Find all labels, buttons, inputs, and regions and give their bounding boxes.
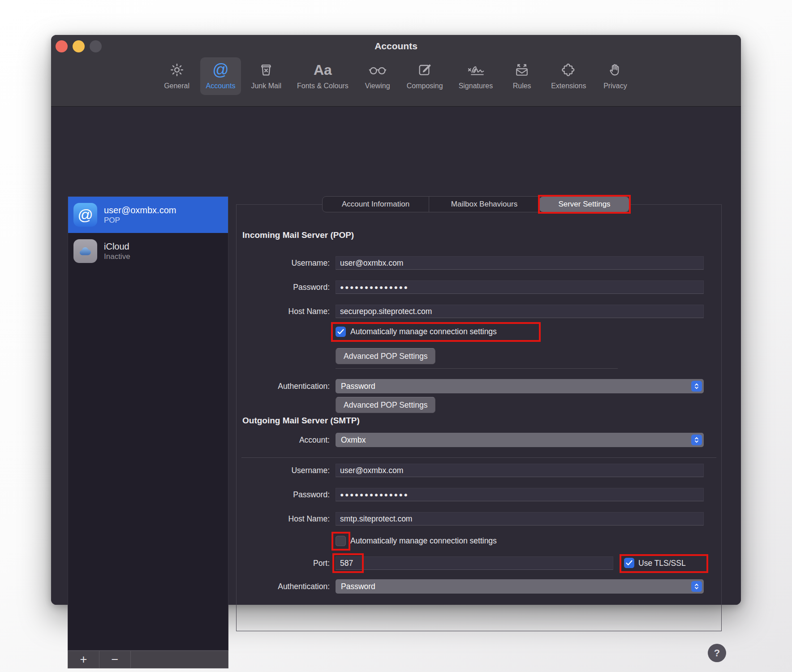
outgoing-heading: Outgoing Mail Server (SMTP) bbox=[242, 416, 360, 426]
toolbar-item-signatures[interactable]: Signatures bbox=[453, 57, 499, 95]
sidebar-account-pop[interactable]: @ user@oxmbx.com POP bbox=[68, 197, 228, 233]
toolbar-item-rules[interactable]: Rules bbox=[503, 57, 541, 95]
signature-icon bbox=[466, 62, 485, 78]
outgoing-password-label: Password: bbox=[236, 488, 330, 501]
advanced-pop-settings-button-1[interactable]: Advanced POP Settings bbox=[336, 348, 435, 364]
incoming-password-field[interactable]: ●●●●●●●●●●●●●● bbox=[336, 280, 704, 294]
toolbar-item-extensions[interactable]: Extensions bbox=[545, 57, 592, 95]
incoming-auto-manage-label: Automatically manage connection settings bbox=[350, 325, 497, 338]
add-account-button[interactable]: + bbox=[68, 651, 99, 668]
popup-value: Password bbox=[341, 382, 375, 391]
incoming-auto-manage-checkbox[interactable] bbox=[336, 327, 346, 337]
sidebar-account-icloud[interactable]: iCloud Inactive bbox=[68, 233, 228, 269]
preferences-window: Accounts General @ Accounts bbox=[51, 35, 741, 605]
pop-account-icon: @ bbox=[73, 203, 97, 227]
port-label: Port: bbox=[236, 556, 330, 570]
account-name: iCloud bbox=[104, 241, 130, 252]
window-body: @ user@oxmbx.com POP bbox=[51, 107, 741, 605]
sidebar-actions-bar: + − bbox=[68, 650, 228, 668]
outgoing-authentication-popup[interactable]: Password bbox=[336, 579, 704, 594]
incoming-authentication-popup[interactable]: Password bbox=[336, 379, 704, 393]
account-subtitle: POP bbox=[104, 215, 176, 225]
toolbar-item-composing[interactable]: Composing bbox=[401, 57, 449, 95]
outgoing-auto-manage-checkbox[interactable] bbox=[336, 536, 346, 546]
window-title: Accounts bbox=[51, 41, 741, 52]
fonts-icon: Aa bbox=[314, 62, 332, 78]
junk-bin-icon bbox=[259, 62, 273, 78]
outgoing-hostname-field[interactable]: smtp.siteprotect.com bbox=[336, 512, 704, 526]
toolbar-item-label: Signatures bbox=[459, 82, 493, 90]
puzzle-icon bbox=[561, 62, 576, 78]
help-button[interactable]: ? bbox=[708, 644, 726, 662]
toolbar-item-accounts[interactable]: @ Accounts bbox=[200, 57, 241, 95]
preferences-toolbar: General @ Accounts Junk Mail Aa Fonts & … bbox=[51, 57, 741, 104]
remove-account-button[interactable]: − bbox=[99, 651, 131, 668]
outgoing-account-popup[interactable]: Oxmbx bbox=[336, 433, 704, 447]
incoming-username-field[interactable]: user@oxmbx.com bbox=[336, 256, 704, 270]
toolbar-item-junk-mail[interactable]: Junk Mail bbox=[245, 57, 287, 95]
outgoing-username-field[interactable]: user@oxmbx.com bbox=[336, 464, 704, 477]
incoming-username-label: Username: bbox=[236, 256, 330, 270]
outgoing-account-label: Account: bbox=[236, 433, 330, 447]
outgoing-authentication-label: Authentication: bbox=[236, 580, 330, 593]
toolbar-item-label: Accounts bbox=[206, 82, 236, 90]
incoming-heading: Incoming Mail Server (POP) bbox=[242, 230, 354, 240]
popup-stepper-icon bbox=[691, 435, 702, 445]
outgoing-password-field[interactable]: ●●●●●●●●●●●●●● bbox=[336, 488, 704, 501]
incoming-hostname-label: Host Name: bbox=[236, 305, 330, 318]
popup-value: Oxmbx bbox=[341, 435, 366, 444]
toolbar-item-viewing[interactable]: Viewing bbox=[358, 57, 397, 95]
gear-icon bbox=[169, 62, 185, 78]
popup-stepper-icon bbox=[691, 581, 702, 592]
incoming-hostname-field[interactable]: securepop.siteprotect.com bbox=[336, 305, 704, 318]
glasses-icon bbox=[369, 62, 387, 78]
accounts-sidebar: @ user@oxmbx.com POP bbox=[68, 196, 228, 650]
toolbar-item-label: Junk Mail bbox=[251, 82, 281, 90]
divider bbox=[241, 457, 716, 458]
toolbar-item-fonts-colours[interactable]: Aa Fonts & Colours bbox=[291, 57, 354, 95]
account-subtitle: Inactive bbox=[104, 252, 130, 261]
toolbar-item-label: Composing bbox=[407, 82, 443, 90]
hand-icon bbox=[608, 62, 622, 78]
incoming-password-label: Password: bbox=[236, 280, 330, 294]
use-tls-label: Use TLS/SSL bbox=[638, 556, 686, 570]
divider bbox=[336, 368, 618, 369]
outgoing-auto-manage-label: Automatically manage connection settings bbox=[350, 534, 497, 547]
toolbar-item-label: Extensions bbox=[551, 82, 586, 90]
outgoing-hostname-label: Host Name: bbox=[236, 512, 330, 526]
toolbar-item-general[interactable]: General bbox=[158, 57, 196, 95]
popup-value: Password bbox=[341, 582, 375, 591]
toolbar-item-label: Privacy bbox=[603, 82, 627, 90]
use-tls-checkbox[interactable] bbox=[624, 558, 634, 568]
outgoing-username-label: Username: bbox=[236, 464, 330, 477]
advanced-pop-settings-button-2[interactable]: Advanced POP Settings bbox=[336, 397, 435, 413]
server-settings-form: Incoming Mail Server (POP) Username: use… bbox=[236, 204, 722, 631]
icloud-icon bbox=[73, 239, 97, 263]
at-icon: @ bbox=[212, 62, 229, 78]
popup-stepper-icon bbox=[691, 381, 702, 392]
toolbar-item-privacy[interactable]: Privacy bbox=[596, 57, 634, 95]
port-field[interactable]: 587 bbox=[336, 556, 613, 570]
rules-envelope-icon bbox=[514, 62, 529, 78]
toolbar-item-label: Viewing bbox=[365, 82, 390, 90]
compose-icon bbox=[418, 62, 432, 78]
toolbar-item-label: General bbox=[164, 82, 189, 90]
toolbar-item-label: Rules bbox=[513, 82, 531, 90]
account-name: user@oxmbx.com bbox=[104, 205, 176, 215]
titlebar: Accounts General @ Accounts bbox=[51, 35, 741, 107]
toolbar-item-label: Fonts & Colours bbox=[297, 82, 349, 90]
incoming-authentication-label: Authentication: bbox=[236, 379, 330, 393]
